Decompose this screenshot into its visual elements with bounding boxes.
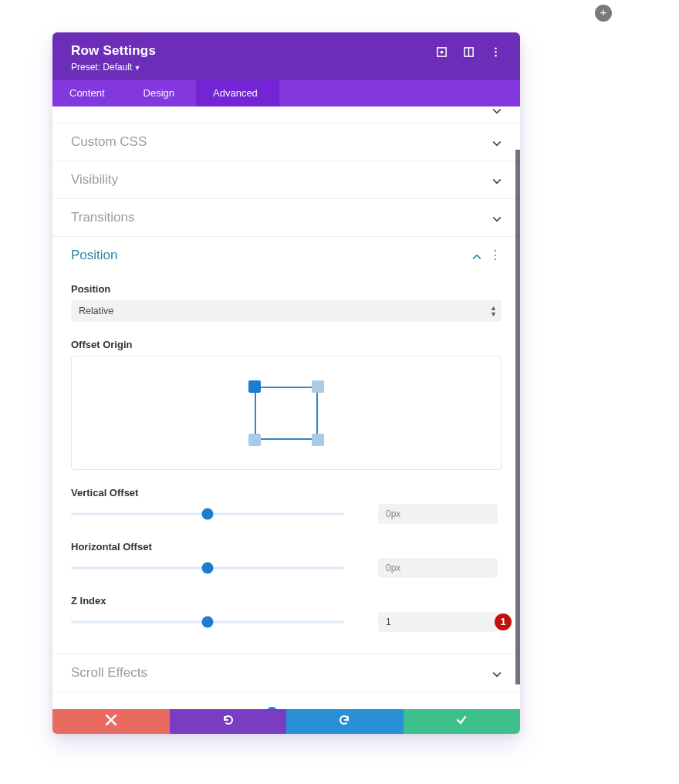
slider-thumb[interactable] xyxy=(202,509,214,520)
check-icon xyxy=(456,715,467,728)
section-title: Scroll Effects xyxy=(71,665,147,681)
modal-footer xyxy=(52,709,520,734)
section-more-icon[interactable]: ⋮ xyxy=(489,252,502,259)
horizontal-offset-label: Horizontal Offset xyxy=(71,541,502,553)
origin-handle-top-right[interactable] xyxy=(312,380,324,393)
section-title: Transitions xyxy=(71,210,135,225)
row-settings-modal: Row Settings Preset: Default▼ xyxy=(52,32,520,734)
select-arrows-icon: ▴▾ xyxy=(492,305,495,317)
z-index-slider[interactable] xyxy=(71,614,344,630)
origin-handle-top-left[interactable] xyxy=(248,380,261,393)
section-title: Visibility xyxy=(71,172,118,188)
close-icon xyxy=(106,715,117,728)
vertical-offset-slider[interactable] xyxy=(71,506,344,522)
redo-button[interactable] xyxy=(286,709,404,734)
chevron-up-icon xyxy=(472,251,481,260)
save-button[interactable] xyxy=(404,709,521,734)
annotation-badge-1: 1 xyxy=(495,613,512,630)
help-button[interactable]: ? Help xyxy=(266,707,306,709)
slider-thumb[interactable] xyxy=(202,617,214,628)
section-custom-css[interactable]: Custom CSS xyxy=(52,123,520,161)
modal-header: Row Settings Preset: Default▼ xyxy=(52,32,520,80)
undo-button[interactable] xyxy=(170,709,287,734)
chevron-down-icon xyxy=(492,213,502,222)
cancel-button[interactable] xyxy=(52,709,170,734)
header-icons xyxy=(436,43,502,58)
svg-point-1 xyxy=(441,51,444,54)
svg-point-6 xyxy=(495,55,497,57)
origin-handle-bottom-left[interactable] xyxy=(248,434,261,446)
tab-design[interactable]: Design xyxy=(127,80,196,106)
responsive-icon[interactable] xyxy=(436,46,448,58)
vertical-offset-label: Vertical Offset xyxy=(71,487,502,498)
z-index-input[interactable]: 1 xyxy=(378,612,498,632)
tab-advanced[interactable]: Advanced xyxy=(196,80,279,106)
horizontal-offset-row: 0px xyxy=(71,558,502,578)
section-cut-prev[interactable] xyxy=(52,106,520,123)
add-block-fab[interactable]: + xyxy=(595,5,612,22)
split-view-icon[interactable] xyxy=(463,46,475,58)
chevron-down-icon xyxy=(492,175,502,184)
position-panel: Position Relative ▴▾ Offset Origin Verti… xyxy=(52,266,520,654)
section-title: Custom CSS xyxy=(71,134,147,150)
origin-handle-bottom-right[interactable] xyxy=(312,434,324,446)
preset-label: Preset: Default xyxy=(71,62,132,73)
section-title: Position xyxy=(71,248,117,263)
horizontal-offset-input[interactable]: 0px xyxy=(378,558,498,578)
horizontal-offset-slider[interactable] xyxy=(71,560,344,576)
help-row: ? Help xyxy=(52,692,520,709)
scrollbar[interactable] xyxy=(515,150,520,684)
tab-content[interactable]: Content xyxy=(52,80,127,106)
vertical-offset-input[interactable]: 0px xyxy=(378,504,498,524)
preset-dropdown[interactable]: Preset: Default▼ xyxy=(71,62,156,73)
chevron-down-icon xyxy=(492,106,502,114)
position-select[interactable]: Relative ▴▾ xyxy=(71,300,502,322)
section-scroll-effects[interactable]: Scroll Effects xyxy=(52,654,520,692)
position-value: Relative xyxy=(79,306,113,316)
svg-point-5 xyxy=(495,51,497,53)
z-index-label: Z Index xyxy=(71,595,502,607)
svg-point-4 xyxy=(495,48,497,50)
origin-inner xyxy=(248,380,324,446)
offset-origin-label: Offset Origin xyxy=(71,339,502,350)
header-left: Row Settings Preset: Default▼ xyxy=(71,43,156,73)
section-visibility[interactable]: Visibility xyxy=(52,161,520,199)
modal-body: Custom CSS Visibility Transitions Positi… xyxy=(52,106,520,709)
more-icon[interactable] xyxy=(490,46,502,58)
z-index-row: 1 1 xyxy=(71,612,502,632)
slider-thumb[interactable] xyxy=(202,563,214,574)
help-icon: ? xyxy=(266,707,278,709)
section-transitions[interactable]: Transitions xyxy=(52,199,520,237)
vertical-offset-row: 0px xyxy=(71,504,502,524)
modal-title: Row Settings xyxy=(71,43,156,59)
undo-icon xyxy=(222,715,233,728)
chevron-down-icon xyxy=(492,668,502,678)
position-label: Position xyxy=(71,283,502,295)
offset-origin-control xyxy=(71,356,502,470)
section-position[interactable]: Position ⋮ xyxy=(52,237,520,266)
redo-icon xyxy=(340,715,350,728)
chevron-down-icon xyxy=(492,137,502,147)
chevron-down-icon: ▼ xyxy=(133,64,140,72)
tabs: Content Design Advanced xyxy=(52,80,520,106)
help-label: Help xyxy=(284,707,306,709)
origin-rect xyxy=(255,387,318,440)
